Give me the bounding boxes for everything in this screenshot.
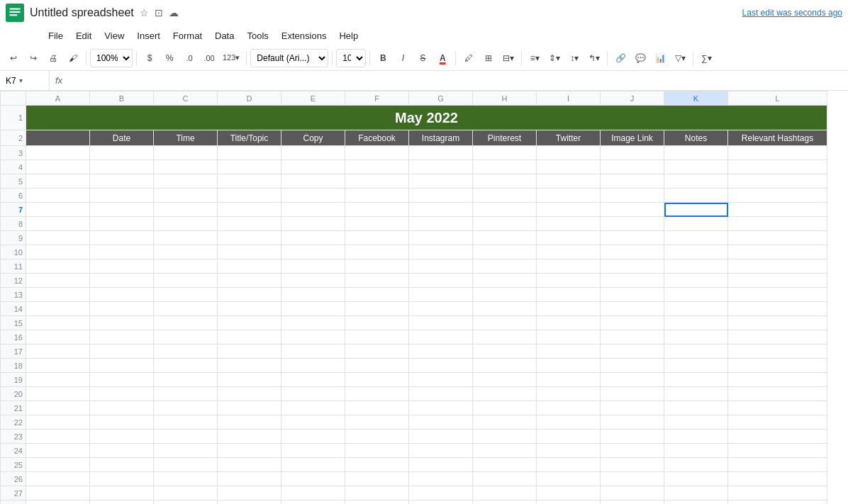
data-cell[interactable] [154,302,218,316]
comment-button[interactable]: 💬 [631,49,649,67]
data-cell[interactable] [218,458,281,472]
data-cell[interactable] [537,203,601,217]
data-cell[interactable] [90,259,154,274]
data-cell[interactable] [90,288,154,302]
data-cell[interactable] [664,174,728,189]
data-cell[interactable] [154,345,218,359]
data-cell[interactable] [281,500,345,505]
data-cell[interactable] [409,444,473,458]
data-cell[interactable] [537,345,601,359]
folder-icon[interactable]: ⊡ [155,7,163,18]
data-cell[interactable] [728,316,827,330]
menu-data[interactable]: Data [209,29,240,43]
data-cell[interactable] [728,302,827,316]
zoom-select[interactable]: 100% [90,49,133,67]
data-cell[interactable] [728,245,827,259]
data-cell[interactable] [473,274,537,288]
highlight-button[interactable]: 🖊 [459,49,478,67]
data-cell[interactable] [154,330,218,345]
data-cell[interactable] [90,316,154,330]
data-cell[interactable] [154,486,218,500]
data-cell[interactable] [26,259,90,274]
data-cell[interactable] [26,160,90,174]
data-cell[interactable] [26,174,90,189]
italic-button[interactable]: I [394,49,412,67]
data-cell[interactable] [473,316,537,330]
data-cell[interactable] [409,274,473,288]
data-cell[interactable] [728,373,827,387]
data-cell[interactable] [664,345,728,359]
data-cell[interactable] [409,359,473,373]
data-cell[interactable] [281,472,345,486]
data-cell[interactable] [409,160,473,174]
data-cell[interactable] [409,203,473,217]
data-cell[interactable] [601,274,664,288]
data-cell[interactable] [601,373,664,387]
spreadsheet-title[interactable]: Untitled spreadsheet [30,6,134,19]
col-label-cell[interactable]: Twitter [537,130,601,146]
data-cell[interactable] [537,274,601,288]
data-cell[interactable] [90,217,154,231]
data-cell[interactable] [409,217,473,231]
data-cell[interactable] [473,189,537,203]
menu-tools[interactable]: Tools [241,29,274,43]
data-cell[interactable] [664,500,728,505]
data-cell[interactable] [473,472,537,486]
data-cell[interactable] [409,387,473,401]
data-cell[interactable] [664,288,728,302]
menu-extensions[interactable]: Extensions [276,29,333,43]
data-cell[interactable] [90,189,154,203]
data-cell[interactable] [345,231,409,245]
data-cell[interactable] [664,373,728,387]
data-cell[interactable] [26,231,90,245]
data-cell[interactable] [537,259,601,274]
data-cell[interactable] [281,330,345,345]
font-color-button[interactable]: A [433,49,452,67]
data-cell[interactable] [154,288,218,302]
data-cell[interactable] [90,373,154,387]
menu-format[interactable]: Format [167,29,208,43]
data-cell[interactable] [218,274,281,288]
data-cell[interactable] [26,387,90,401]
data-cell[interactable] [664,458,728,472]
data-cell[interactable] [473,345,537,359]
data-cell[interactable] [537,302,601,316]
data-cell[interactable] [218,146,281,160]
data-cell[interactable] [409,302,473,316]
data-cell[interactable] [537,415,601,430]
data-cell[interactable] [345,500,409,505]
link-button[interactable]: 🔗 [611,49,630,67]
data-cell[interactable] [154,146,218,160]
data-cell[interactable] [601,259,664,274]
more-formats-button[interactable]: 123▾ [220,49,242,67]
data-cell[interactable] [664,316,728,330]
data-cell[interactable] [473,217,537,231]
formula-input[interactable] [68,75,848,86]
data-cell[interactable] [601,302,664,316]
data-cell[interactable] [664,302,728,316]
data-cell[interactable] [473,486,537,500]
data-cell[interactable] [345,415,409,430]
data-cell[interactable] [728,500,827,505]
data-cell[interactable] [345,430,409,444]
data-cell[interactable] [154,387,218,401]
data-cell[interactable] [409,486,473,500]
menu-insert[interactable]: Insert [131,29,166,43]
data-cell[interactable] [281,259,345,274]
data-cell[interactable] [728,160,827,174]
percent-button[interactable]: % [160,49,179,67]
data-cell[interactable] [537,245,601,259]
data-cell[interactable] [281,217,345,231]
borders-button[interactable]: ⊞ [479,49,498,67]
data-cell[interactable] [601,288,664,302]
data-cell[interactable] [90,345,154,359]
data-cell[interactable] [218,472,281,486]
data-cell[interactable] [90,415,154,430]
data-cell[interactable] [26,316,90,330]
data-cell[interactable] [728,189,827,203]
col-label-cell[interactable]: Relevant Hashtags [728,130,827,146]
data-cell[interactable] [537,472,601,486]
data-cell[interactable] [537,160,601,174]
data-cell[interactable] [664,430,728,444]
col-header-a[interactable]: A [26,91,90,106]
